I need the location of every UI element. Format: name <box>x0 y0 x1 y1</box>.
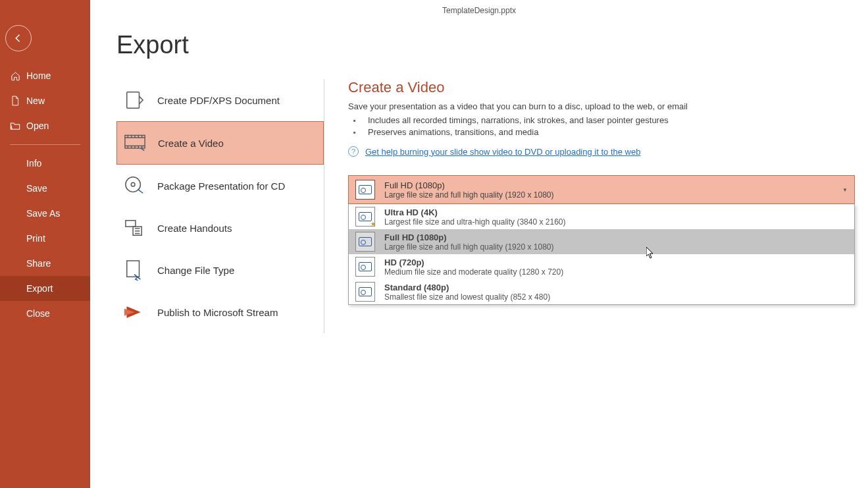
sidebar-item-print[interactable]: Print <box>0 226 90 251</box>
monitor-icon <box>355 180 375 200</box>
cd-icon <box>123 175 145 197</box>
sidebar-item-new[interactable]: New <box>0 88 90 113</box>
sidebar-item-label: New <box>26 95 45 106</box>
quality-dropdown-selected[interactable]: Full HD (1080p) Large file size and full… <box>348 175 855 204</box>
back-button[interactable] <box>5 25 32 51</box>
export-opt-stream[interactable]: Publish to Microsoft Stream <box>116 291 324 333</box>
monitor-4k-icon: ★ <box>355 207 375 227</box>
sidebar-item-label: Info <box>26 158 41 169</box>
export-opt-label: Create Handouts <box>157 223 232 234</box>
detail-bullets: Includes all recorded timings, narration… <box>348 115 855 137</box>
monitor-icon <box>355 232 375 252</box>
sidebar-item-info[interactable]: Info <box>0 151 90 176</box>
svg-rect-6 <box>127 261 140 277</box>
sidebar-item-home[interactable]: Home <box>0 63 90 88</box>
detail-title: Create a Video <box>348 79 855 96</box>
page-title: Export <box>116 31 868 59</box>
sidebar-item-share[interactable]: Share <box>0 251 90 276</box>
sidebar-item-open[interactable]: Open <box>0 113 90 138</box>
sidebar-item-save-as[interactable]: Save As <box>0 201 90 226</box>
dd-option-title: Full HD (1080p) <box>384 232 554 242</box>
dd-option-hd[interactable]: HD (720p) Medium file size and moderate … <box>349 254 854 279</box>
dd-option-desc: Smallest file size and lowest quality (8… <box>384 292 550 302</box>
quality-dropdown-list: ★ Ultra HD (4K) Largest file size and ul… <box>348 204 855 305</box>
folder-open-icon <box>10 121 20 131</box>
sidebar-divider <box>10 144 80 145</box>
main-area: TemplateDesign.pptx Export Create PDF/XP… <box>90 0 868 488</box>
export-opt-label: Package Presentation for CD <box>157 180 285 192</box>
dd-option-title: Ultra HD (4K) <box>384 207 566 217</box>
export-opt-label: Change File Type <box>157 265 234 276</box>
sidebar-item-label: Close <box>26 308 50 319</box>
dd-selected-title: Full HD (1080p) <box>384 180 842 190</box>
svg-rect-0 <box>127 92 140 108</box>
export-options-list: Create PDF/XPS Document Create a Video P… <box>116 79 324 333</box>
chevron-down-icon: ▼ <box>842 187 848 193</box>
dd-option-desc: Medium file size and moderate quality (1… <box>384 267 563 277</box>
bullet-item: Includes all recorded timings, narration… <box>360 115 855 125</box>
sidebar-item-close[interactable]: Close <box>0 301 90 326</box>
export-opt-label: Publish to Microsoft Stream <box>157 307 278 318</box>
titlebar: TemplateDesign.pptx <box>90 0 868 21</box>
video-icon <box>124 132 146 154</box>
dd-option-standard[interactable]: Standard (480p) Smallest file size and l… <box>349 279 854 304</box>
help-link[interactable]: Get help burning your slide show video t… <box>365 147 640 157</box>
detail-subtitle: Save your presentation as a video that y… <box>348 101 855 111</box>
svg-rect-4 <box>126 221 136 227</box>
pdf-icon <box>123 89 145 111</box>
sidebar-item-label: Print <box>26 233 45 244</box>
dd-option-desc: Largest file size and ultra-high quality… <box>384 217 566 227</box>
export-opt-label: Create a Video <box>158 138 224 149</box>
sidebar-item-label: Save As <box>26 208 60 219</box>
new-icon <box>10 95 20 106</box>
export-opt-cd[interactable]: Package Presentation for CD <box>116 165 324 207</box>
export-opt-video[interactable]: Create a Video <box>116 121 324 165</box>
dd-option-ultrahd[interactable]: ★ Ultra HD (4K) Largest file size and ul… <box>349 204 854 229</box>
sidebar-item-label: Home <box>26 70 51 81</box>
sidebar-item-label: Share <box>26 258 51 269</box>
help-row: ? Get help burning your slide show video… <box>348 146 855 157</box>
export-opt-label: Create PDF/XPS Document <box>157 95 280 106</box>
sidebar-item-label: Save <box>26 183 47 194</box>
bullet-item: Preserves animations, transitions, and m… <box>360 127 855 137</box>
sidebar-item-export[interactable]: Export <box>0 276 90 301</box>
home-icon <box>10 70 20 81</box>
stream-icon <box>123 301 145 323</box>
dd-option-title: HD (720p) <box>384 258 563 267</box>
filename-label: TemplateDesign.pptx <box>442 6 516 15</box>
backstage-sidebar: Home New Open Info Save Save As Print Sh… <box>0 0 90 488</box>
sidebar-item-label: Export <box>26 283 53 294</box>
filetype-icon <box>123 259 145 281</box>
dd-option-title: Standard (480p) <box>384 283 550 292</box>
dd-option-fullhd[interactable]: Full HD (1080p) Large file size and full… <box>349 229 854 254</box>
sidebar-item-save[interactable]: Save <box>0 176 90 201</box>
export-opt-filetype[interactable]: Change File Type <box>116 249 324 291</box>
export-opt-handouts[interactable]: Create Handouts <box>116 207 324 249</box>
dd-selected-desc: Large file size and full high quality (1… <box>384 190 842 200</box>
svg-point-3 <box>131 182 135 186</box>
help-icon: ? <box>348 146 359 157</box>
monitor-icon <box>355 257 375 277</box>
sidebar-item-label: Open <box>26 121 49 131</box>
export-opt-pdf[interactable]: Create PDF/XPS Document <box>116 79 324 121</box>
quality-dropdown: Full HD (1080p) Large file size and full… <box>348 175 855 305</box>
detail-pane: Create a Video Save your presentation as… <box>324 79 868 333</box>
monitor-icon <box>355 282 375 302</box>
dd-option-desc: Large file size and full high quality (1… <box>384 242 554 252</box>
handouts-icon <box>123 217 145 239</box>
